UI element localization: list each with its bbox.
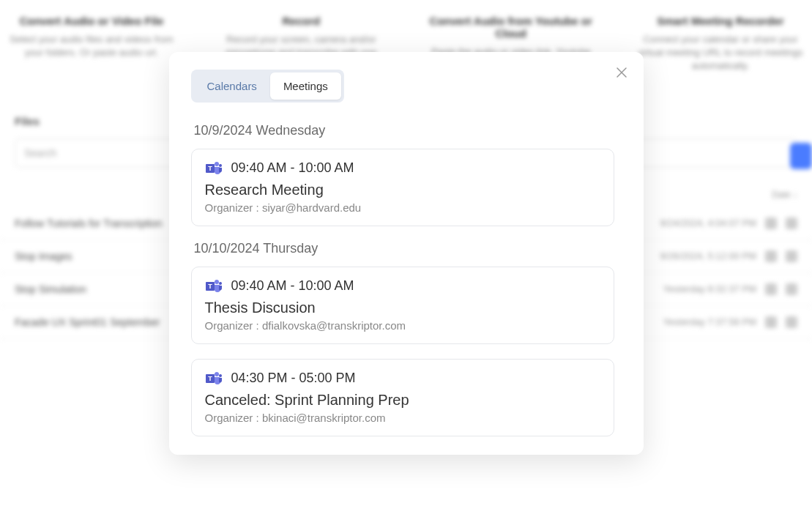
meeting-title: Research Meeting: [205, 182, 600, 198]
organizer-email: dfialkovska@transkriptor.com: [262, 319, 406, 332]
svg-point-3: [219, 164, 222, 167]
teams-icon: T: [205, 370, 223, 387]
meeting-time: 04:30 PM - 05:00 PM: [231, 371, 356, 386]
meeting-time-row: T 04:30 PM - 05:00 PM: [205, 370, 600, 387]
meeting-organizer: Organizer : dfialkovska@transkriptor.com: [205, 319, 600, 332]
organizer-email: siyar@hardvard.edu: [262, 201, 361, 214]
meeting-time: 09:40 AM - 10:00 AM: [231, 278, 354, 294]
teams-icon: T: [205, 160, 223, 177]
organizer-email: bkinaci@transkriptor.com: [262, 412, 386, 424]
tab-calendars[interactable]: Calendars: [194, 72, 270, 100]
svg-point-11: [219, 374, 222, 377]
svg-point-6: [215, 280, 219, 284]
close-icon: [617, 67, 627, 78]
close-button[interactable]: [614, 65, 629, 80]
day-header: 10/9/2024 Wednesday: [194, 123, 614, 138]
meeting-time: 09:40 AM - 10:00 AM: [231, 160, 354, 176]
svg-text:T: T: [208, 375, 212, 382]
tab-group: Calendars Meetings: [191, 70, 344, 103]
meetings-modal: Calendars Meetings 10/9/2024 Wednesday T…: [169, 52, 644, 455]
tab-meetings[interactable]: Meetings: [270, 72, 341, 100]
day-header: 10/10/2024 Thursday: [194, 241, 614, 256]
meeting-title: Canceled: Sprint Planning Prep: [205, 392, 600, 409]
organizer-label: Organizer :: [205, 319, 262, 332]
meeting-time-row: T 09:40 AM - 10:00 AM: [205, 160, 600, 177]
meeting-card[interactable]: T 04:30 PM - 05:00 PM Canceled: Sprint P…: [191, 359, 614, 436]
svg-point-10: [215, 372, 219, 376]
meeting-title: Thesis Discusion: [205, 299, 600, 316]
organizer-label: Organizer :: [205, 412, 262, 424]
meeting-card[interactable]: T 09:40 AM - 10:00 AM Research Meeting O…: [191, 149, 614, 226]
meetings-list[interactable]: 10/9/2024 Wednesday T 09:40 AM - 10:00 A…: [191, 116, 622, 440]
teams-icon: T: [205, 278, 223, 295]
svg-point-7: [219, 282, 222, 285]
modal-overlay: Calendars Meetings 10/9/2024 Wednesday T…: [0, 0, 812, 506]
svg-text:T: T: [208, 283, 212, 290]
meeting-organizer: Organizer : bkinaci@transkriptor.com: [205, 412, 600, 424]
meeting-card[interactable]: T 09:40 AM - 10:00 AM Thesis Discusion O…: [191, 267, 614, 344]
svg-point-2: [215, 162, 219, 166]
meeting-organizer: Organizer : siyar@hardvard.edu: [205, 201, 600, 214]
svg-text:T: T: [208, 165, 212, 172]
organizer-label: Organizer :: [205, 201, 262, 214]
meeting-time-row: T 09:40 AM - 10:00 AM: [205, 278, 600, 295]
